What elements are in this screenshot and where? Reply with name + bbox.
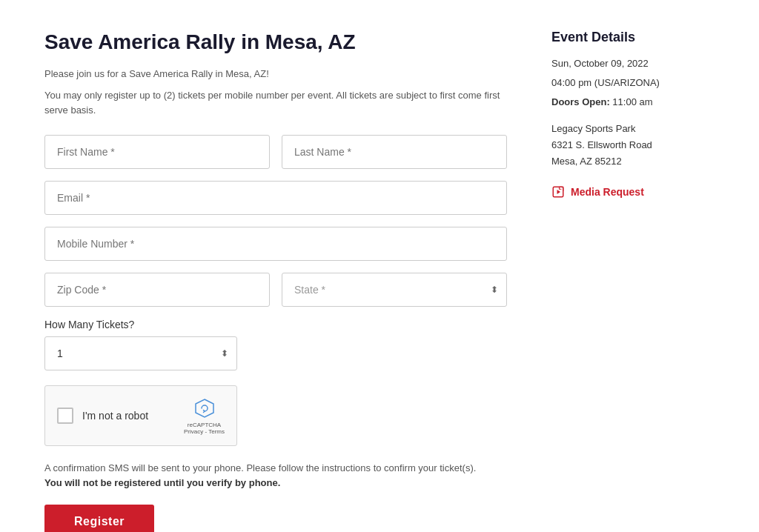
venue-address1: 6321 S. Ellsworth Road <box>551 137 715 153</box>
event-location: Legacy Sports Park 6321 S. Ellsworth Roa… <box>551 121 715 170</box>
recaptcha-widget: I'm not a robot reCAPTCHA Privacy - Term… <box>44 385 237 446</box>
media-request-label: Media Request <box>571 186 644 198</box>
first-name-input[interactable] <box>44 135 270 169</box>
email-input[interactable] <box>44 181 507 215</box>
recaptcha-sub-text: reCAPTCHA Privacy - Terms <box>184 422 225 435</box>
media-request-icon <box>551 185 565 199</box>
zip-field <box>44 273 270 307</box>
mobile-field <box>44 227 507 261</box>
last-name-field <box>282 135 507 169</box>
event-time: 04:00 pm (US/ARIZONA) <box>551 75 715 91</box>
state-select[interactable]: State * AlabamaAlaskaArizonaArkansasCali… <box>282 273 507 307</box>
tickets-label: How Many Tickets? <box>44 319 507 330</box>
venue-name: Legacy Sports Park <box>551 121 715 137</box>
register-button[interactable]: Register <box>44 505 154 532</box>
intro-text-2: You may only register up to (2) tickets … <box>44 88 507 117</box>
name-row <box>44 135 507 169</box>
tickets-select[interactable]: 1 2 <box>44 336 237 370</box>
recaptcha-checkbox[interactable] <box>57 408 73 424</box>
event-details-title: Event Details <box>551 30 715 45</box>
mobile-input[interactable] <box>44 227 507 261</box>
intro-text-1: Please join us for a Save America Rally … <box>44 67 507 82</box>
state-field: State * AlabamaAlaskaArizonaArkansasCali… <box>282 273 507 307</box>
recaptcha-icon <box>193 396 216 420</box>
event-date: Sun, October 09, 2022 <box>551 56 715 72</box>
tickets-field: 1 2 <box>44 336 237 370</box>
recaptcha-label: I'm not a robot <box>82 410 175 422</box>
zip-input[interactable] <box>44 273 270 307</box>
venue-address2: Mesa, AZ 85212 <box>551 153 715 170</box>
email-field <box>44 181 507 215</box>
confirmation-text: A confirmation SMS will be sent to your … <box>44 461 489 490</box>
media-request-link[interactable]: Media Request <box>551 185 715 199</box>
registration-form: State * AlabamaAlaskaArizonaArkansasCali… <box>44 135 507 532</box>
recaptcha-logo: reCAPTCHA Privacy - Terms <box>184 396 225 435</box>
event-doors: Doors Open: 11:00 am <box>551 94 715 110</box>
first-name-field <box>44 135 270 169</box>
page-title: Save America Rally in Mesa, AZ <box>44 30 507 55</box>
event-sidebar: Event Details Sun, October 09, 2022 04:0… <box>551 30 715 532</box>
zip-state-row: State * AlabamaAlaskaArizonaArkansasCali… <box>44 273 507 307</box>
last-name-input[interactable] <box>282 135 507 169</box>
